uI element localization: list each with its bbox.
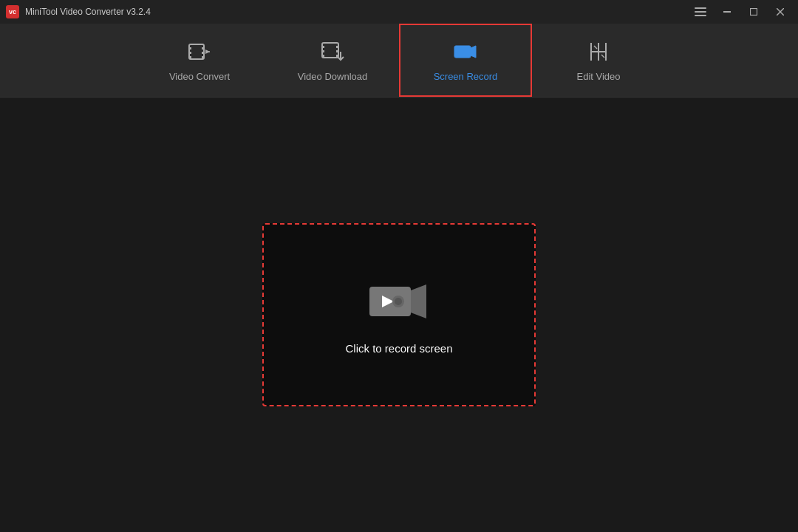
title-bar-controls [689,3,792,21]
svg-rect-10 [202,56,204,58]
svg-line-27 [594,46,597,49]
video-convert-icon [186,38,213,65]
title-bar-left: vc MiniTool Video Converter v3.2.4 [6,5,151,18]
tab-screen-record-label: Screen Record [434,71,498,82]
tab-video-convert-label: Video Convert [169,71,230,82]
hamburger-line-3 [695,15,706,16]
svg-line-28 [601,55,604,58]
svg-rect-15 [322,55,324,57]
minimize-button[interactable] [715,3,739,21]
svg-rect-6 [189,52,191,54]
title-bar: vc MiniTool Video Converter v3.2.4 [0,0,798,24]
svg-rect-12 [322,43,338,58]
tab-edit-video-label: Edit Video [576,71,620,82]
svg-marker-22 [471,46,476,58]
hamburger-line-2 [695,11,706,13]
tab-video-download[interactable]: Video Download [266,24,399,97]
svg-rect-8 [202,47,204,50]
svg-rect-14 [322,50,324,52]
edit-video-icon [585,38,612,65]
svg-rect-0 [723,11,731,13]
close-button[interactable] [768,3,792,21]
main-content: Click to record screen [0,98,798,532]
svg-marker-33 [411,284,426,318]
svg-rect-7 [189,56,191,58]
app-logo: vc [6,5,19,18]
record-area[interactable]: Click to record screen [262,223,536,406]
svg-rect-16 [336,46,338,48]
tab-video-download-label: Video Download [298,71,367,82]
record-area-label: Click to record screen [345,342,452,355]
svg-rect-13 [322,46,324,48]
hamburger-line-1 [695,7,706,9]
app-title: MiniTool Video Converter v3.2.4 [25,7,151,17]
nav-tabs: Video Convert Video Download [0,24,798,98]
video-download-icon [319,38,346,65]
svg-rect-9 [202,52,204,54]
record-area-icon [366,276,432,327]
tab-screen-record[interactable]: Screen Record [399,24,532,97]
svg-point-32 [395,298,402,305]
svg-rect-17 [336,50,338,52]
screen-record-icon [452,38,479,65]
svg-rect-1 [751,9,757,16]
svg-rect-5 [189,47,191,50]
maximize-button[interactable] [742,3,765,21]
tab-video-convert[interactable]: Video Convert [133,24,266,97]
tab-edit-video[interactable]: Edit Video [532,24,665,97]
menu-button[interactable] [689,3,712,21]
